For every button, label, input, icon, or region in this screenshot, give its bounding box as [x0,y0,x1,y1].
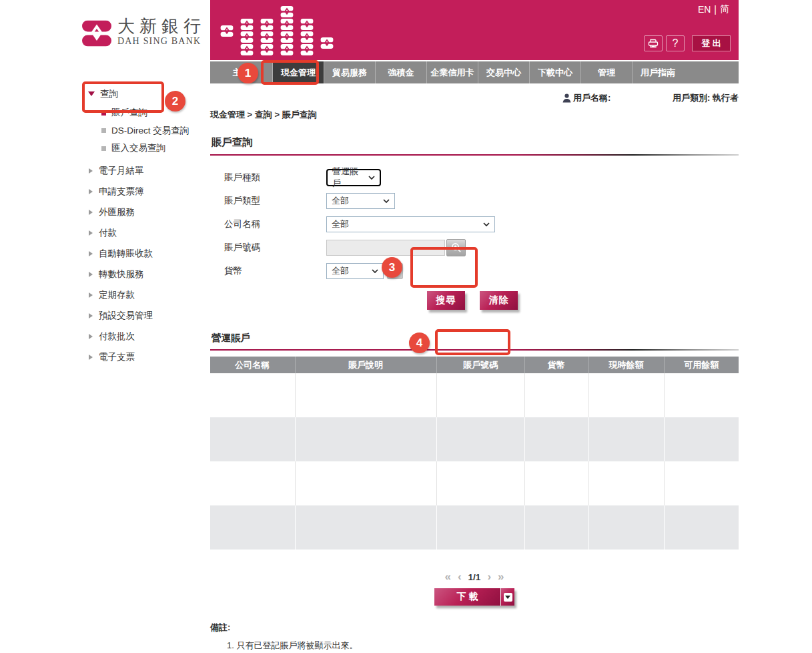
logout-button[interactable]: 登 出 [692,35,731,51]
tab-trade-services[interactable]: 貿易服務 [324,61,375,83]
sidebar-group-label: 外匯服務 [99,206,135,218]
print-button[interactable] [644,35,663,51]
sidebar-group-payments[interactable]: 付款 [87,223,210,244]
first-page-button[interactable]: « [444,570,450,584]
sidebar-group-cheque-book-request[interactable]: 申請支票簿 [87,182,210,202]
sidebar-item-label: 匯入交易查詢 [111,142,165,154]
table-cell [436,461,524,505]
lang-simplified-link[interactable]: 简 [720,3,729,15]
select-value: 全部 [332,195,349,207]
sidebar-group-autopay-collection[interactable]: 自動轉賬收款 [87,244,210,264]
sidebar-item-account-enquiry[interactable]: 賬戶查詢 [87,104,210,122]
square-bullet-icon [101,128,106,133]
tab-corporate-card[interactable]: 企業信用卡 [426,61,478,83]
sidebar-group-label: 申請支票簿 [99,186,144,198]
clear-button[interactable]: 清除 [480,291,518,310]
table-cell [664,461,739,505]
sidebar-item-dsdirect-transaction-enquiry[interactable]: DS-Direct 交易查詢 [87,122,210,140]
sidebar-group-preset-transaction[interactable]: 預設交易管理 [87,306,210,326]
account-lookup-button[interactable] [446,239,466,256]
last-page-button[interactable]: » [498,570,504,584]
main-content: 用戶名稱: 用戶類別: 執行者 現金管理 > 查詢 > 賬戶查詢 賬戶查詢 賬戶… [210,90,739,653]
notes-title: 備註: [210,622,739,634]
col-account-number: 賬戶號碼 [436,357,524,373]
tab-administration[interactable]: 管理 [580,61,632,83]
section-divider [210,349,739,351]
next-page-button[interactable]: › [487,570,491,584]
pagination: « ‹ 1/1 › » [210,570,739,584]
chevron-down-icon [483,222,490,226]
table-cell [524,417,588,461]
sidebar-group-label: 查詢 [100,88,118,100]
tab-download-centre[interactable]: 下載中心 [529,61,580,83]
sidebar-item-label: 賬戶查詢 [111,107,147,119]
note-item: 1. 只有已登記賬戶將被顯示出來。 [227,640,739,652]
sidebar-item-label: DS-Direct 交易查詢 [111,125,189,137]
sidebar-group-enquiry[interactable]: 查詢 [87,83,210,104]
account-type-select[interactable]: 全部 [326,193,395,209]
download-button[interactable]: 下 載 [434,588,514,606]
prev-page-button[interactable]: ‹ [458,570,462,584]
printer-icon [648,39,659,48]
search-button[interactable]: 搜尋 [427,291,465,310]
sidebar-group-label: 轉數快服務 [99,268,144,280]
col-account-description: 賬戶說明 [295,357,436,373]
notes: 備註: 1. 只有已登記賬戶將被顯示出來。 [210,622,739,652]
tab-cash-management[interactable]: 現金管理 [272,61,324,83]
magnifier-plus-icon [451,242,462,253]
breadcrumb: 現金管理 > 查詢 > 賬戶查詢 [210,109,739,121]
sidebar-group-payment-batch[interactable]: 付款批次 [87,326,210,347]
user-type-label: 用戶類別: 執行者 [673,92,739,104]
download-button-label: 下 載 [434,588,501,606]
sidebar-group-label: 電子月結單 [99,165,144,177]
account-category-select[interactable]: 營運賬戶 [326,169,381,186]
table-header-row: 公司名稱 賬戶說明 賬戶號碼 貨幣 現時餘額 可用餘額 [210,357,739,373]
sidebar-item-inward-transaction-enquiry[interactable]: 匯入交易查詢 [87,140,210,158]
col-current-balance: 現時餘額 [588,357,664,373]
tab-transaction-centre[interactable]: 交易中心 [478,61,529,83]
triangle-right-icon [89,251,93,256]
table-cell [210,373,295,417]
lang-english-link[interactable]: EN [698,4,711,15]
sidebar-group-echeque[interactable]: 電子支票 [87,347,210,368]
dropdown-box [504,593,512,602]
table-cell [295,461,436,505]
sidebar-group-label: 電子支票 [99,351,135,363]
tab-user-guide[interactable]: 用戶指南 [632,61,683,83]
triangle-down-icon [88,91,95,96]
sidebar-group-time-deposit[interactable]: 定期存款 [87,285,210,306]
account-type-label: 賬戶類型 [210,195,326,207]
download-options-button[interactable] [501,588,514,606]
sidebar-group-fps-services[interactable]: 轉數快服務 [87,264,210,285]
sidebar-group-label: 預設交易管理 [99,310,153,322]
help-icon: ? [673,37,679,49]
company-name-select[interactable]: 全部 [326,216,495,232]
tab-mpf[interactable]: 強積金 [375,61,426,83]
lang-divider: | [714,4,717,15]
sidebar-group-estatement[interactable]: 電子月結單 [87,161,210,182]
table-cell [588,461,664,505]
bank-logo[interactable]: 大新銀行 DAH SING BANK [82,17,206,49]
chevron-down-icon [383,199,390,203]
page-indicator: 1/1 [468,572,481,582]
tab-home[interactable]: 主頁 [210,61,272,83]
table-cell [436,373,524,417]
sidebar-group-fx-services[interactable]: 外匯服務 [87,202,210,223]
table-cell [664,373,739,417]
col-currency: 貨幣 [524,357,588,373]
triangle-right-icon [89,272,93,277]
sidebar-group-label: 付款 [99,227,117,239]
bank-logo-icon [82,20,111,49]
help-button[interactable]: ? [666,35,685,51]
table-cell [524,505,588,550]
table-cell [524,461,588,505]
account-number-input[interactable] [326,240,445,256]
header-banner: EN | 简 ? 登 出 [210,0,739,60]
triangle-right-icon [89,168,93,174]
table-cell [664,417,739,461]
user-icon [562,93,571,103]
currency-select[interactable]: 全部 [326,263,384,279]
currency-help-button[interactable]: ? [387,263,403,279]
table-cell [210,461,295,505]
page-title: 賬戶查詢 [212,136,739,150]
